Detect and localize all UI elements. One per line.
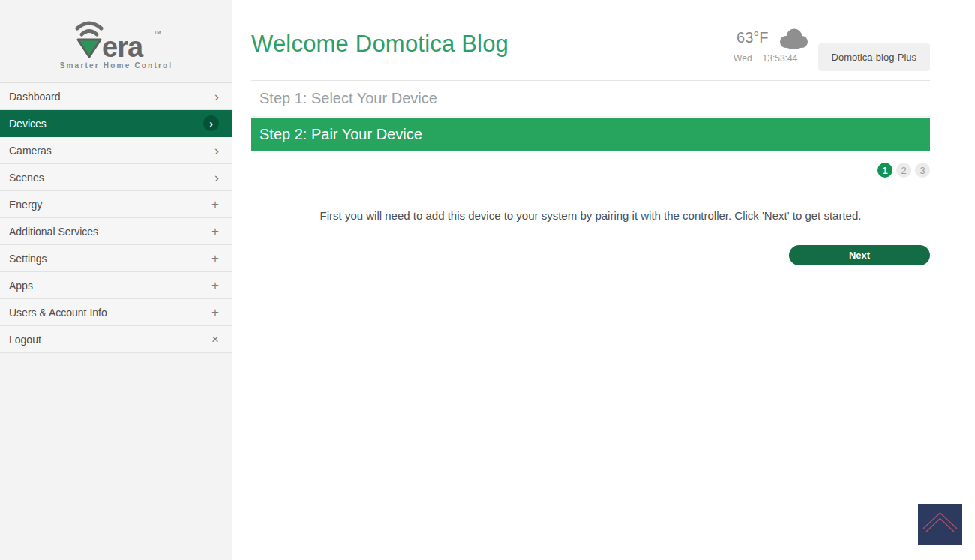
logo-tagline: Smarter Home Control [60,61,173,70]
vera-trademark: ™ [154,29,161,37]
chevron-right-icon: › [214,170,219,184]
plus-icon: + [212,306,219,319]
sidebar-item-settings[interactable]: Settings + [0,245,232,272]
chevron-right-icon: › [214,143,219,157]
main-header: Welcome Domotica Blog 63°F [251,0,930,71]
sidebar-item-apps[interactable]: Apps + [0,272,232,299]
vera-app-window: era ™ Smarter Home Control Dashboard › D… [0,0,975,560]
sidebar-item-label: Cameras [9,145,52,157]
wifi-arc-outer-icon [77,23,101,28]
sidebar: era ™ Smarter Home Control Dashboard › D… [0,0,232,560]
sidebar-item-devices[interactable]: Devices › [0,110,232,137]
sidebar-item-dashboard[interactable]: Dashboard › [0,83,232,110]
chevron-right-icon: › [214,89,219,103]
sidebar-item-label: Devices [9,118,46,130]
sidebar-item-label: Users & Account Info [9,307,107,319]
sidebar-menu: Dashboard › Devices › Cameras › Scenes ›… [0,83,232,353]
chevron-right-circle-icon: › [203,115,219,131]
sidebar-item-scenes[interactable]: Scenes › [0,164,232,191]
sidebar-item-label: Energy [9,199,42,211]
weekday-label: Wed [734,53,752,64]
sidebar-item-label: Dashboard [9,91,61,103]
plus-icon: + [212,225,219,238]
wizard-actions: Next [251,245,930,265]
sidebar-item-label: Scenes [9,172,44,184]
vera-v-triangle-icon [78,40,100,57]
plus-icon: + [212,279,219,292]
controller-name-chip[interactable]: Domotica-blog-Plus [818,43,930,71]
pager-dot-3: 3 [915,163,930,178]
sidebar-item-label: Additional Services [9,226,98,238]
wizard-pager: 1 2 3 [251,163,930,178]
header-right: 63°F Wed 13:53:44 [734,31,930,71]
sidebar-item-cameras[interactable]: Cameras › [0,137,232,164]
wifi-arc-inner-icon [82,31,97,34]
vera-logo-text: era [102,31,144,63]
main-content: Welcome Domotica Blog 63°F [232,0,975,560]
close-icon: × [212,333,219,346]
clock-time: 13:53:44 [763,53,798,64]
plus-icon: + [212,198,219,211]
pager-dot-2: 2 [896,163,911,178]
sidebar-item-energy[interactable]: Energy + [0,191,232,218]
chevron-up-icon [918,504,962,545]
pager-dot-1: 1 [878,163,892,178]
sidebar-item-label: Settings [9,253,47,265]
weather-temperature: 63°F [736,29,768,46]
pairing-instruction-text: First you will need to add this device t… [251,209,930,222]
sidebar-item-logout[interactable]: Logout × [0,326,232,353]
vera-logo: era ™ Smarter Home Control [0,0,232,83]
sidebar-item-users-account-info[interactable]: Users & Account Info + [0,299,232,326]
wizard-step2-header[interactable]: Step 2: Pair Your Device [251,118,930,151]
wizard-step1-header[interactable]: Step 1: Select Your Device [251,81,930,117]
sidebar-item-label: Logout [9,334,41,346]
sidebar-item-additional-services[interactable]: Additional Services + [0,218,232,245]
datetime: Wed 13:53:44 [734,53,808,64]
weather-widget: 63°F Wed 13:53:44 [734,27,808,64]
next-button[interactable]: Next [789,245,930,265]
cloud-icon [776,28,809,49]
plus-icon: + [212,252,219,265]
scroll-to-top-button[interactable] [918,504,962,545]
page-title: Welcome Domotica Blog [251,31,604,57]
sidebar-item-label: Apps [9,280,33,292]
vera-logo-mark: era ™ [69,19,164,63]
